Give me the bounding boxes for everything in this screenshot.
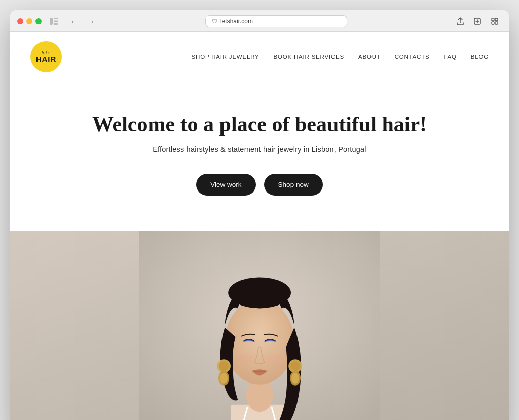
- svg-point-25: [236, 354, 253, 364]
- hero-title: Welcome to a place of beautiful hair!: [30, 112, 489, 136]
- traffic-lights: [17, 18, 42, 24]
- svg-rect-8: [495, 22, 498, 24]
- nav-about[interactable]: ABOUT: [358, 54, 381, 60]
- browser-chrome: ‹ › 🛡 letshair.com: [10, 10, 509, 32]
- main-nav: SHOP HAIR JEWELRY BOOK HAIR SERVICES ABO…: [192, 54, 489, 60]
- browser-window: ‹ › 🛡 letshair.com: [10, 10, 509, 420]
- svg-rect-0: [50, 18, 53, 25]
- site-logo[interactable]: let's HAIR: [30, 41, 62, 72]
- nav-shop-hair-jewelry[interactable]: SHOP HAIR JEWELRY: [192, 54, 260, 60]
- hero-buttons: View work Shop now: [30, 174, 489, 196]
- svg-rect-3: [54, 23, 58, 25]
- shop-now-button[interactable]: Shop now: [264, 174, 323, 196]
- browser-actions: [453, 16, 502, 27]
- nav-contacts[interactable]: CONTACTS: [395, 54, 430, 60]
- site-header: let's HAIR SHOP HAIR JEWELRY BOOK HAIR S…: [10, 32, 509, 82]
- svg-point-16: [228, 278, 291, 309]
- svg-rect-2: [54, 21, 58, 22]
- svg-point-26: [265, 354, 282, 364]
- grid-icon[interactable]: [488, 16, 502, 27]
- security-icon: 🛡: [212, 18, 217, 24]
- svg-rect-1: [54, 18, 58, 19]
- hero-subtitle: Effortless hairstyles & statement hair j…: [30, 145, 489, 154]
- svg-rect-6: [495, 18, 498, 21]
- svg-rect-5: [492, 18, 494, 21]
- new-tab-icon[interactable]: [470, 16, 485, 27]
- share-icon[interactable]: [453, 16, 467, 27]
- minimize-button[interactable]: [26, 18, 32, 24]
- nav-faq[interactable]: FAQ: [443, 54, 456, 60]
- svg-rect-7: [492, 22, 494, 24]
- address-bar[interactable]: 🛡 letshair.com: [205, 15, 347, 27]
- forward-button[interactable]: ›: [85, 16, 99, 27]
- portrait-image: [139, 231, 380, 420]
- sidebar-toggle-icon[interactable]: [47, 16, 61, 27]
- url-display: letshair.com: [220, 18, 253, 25]
- nav-book-hair-services[interactable]: BOOK HAIR SERVICES: [274, 54, 344, 60]
- website-content: let's HAIR SHOP HAIR JEWELRY BOOK HAIR S…: [10, 32, 509, 420]
- svg-point-24: [291, 373, 299, 384]
- nav-blog[interactable]: BLOG: [471, 54, 489, 60]
- hero-image-section: [10, 231, 509, 420]
- svg-point-18: [219, 361, 229, 371]
- address-bar-wrapper: 🛡 letshair.com: [104, 15, 448, 27]
- svg-point-22: [290, 361, 300, 371]
- hero-section: Welcome to a place of beautiful hair! Ef…: [10, 82, 509, 231]
- logo-hair-text: HAIR: [36, 55, 57, 63]
- svg-point-20: [220, 373, 228, 384]
- back-button[interactable]: ‹: [66, 16, 80, 27]
- close-button[interactable]: [17, 18, 23, 24]
- maximize-button[interactable]: [35, 18, 42, 24]
- view-work-button[interactable]: View work: [196, 174, 255, 196]
